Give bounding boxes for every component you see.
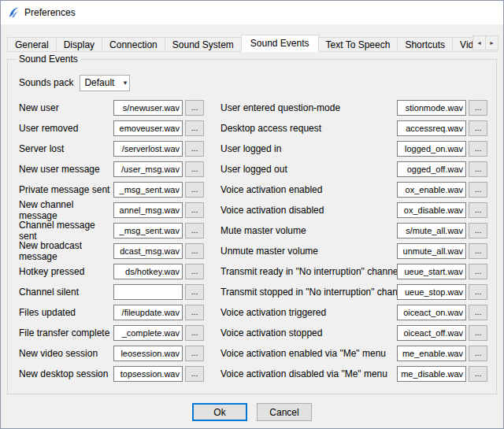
event-sound-input[interactable]: [397, 264, 466, 279]
browse-button[interactable]: ...: [469, 202, 487, 218]
browse-button[interactable]: ...: [185, 141, 204, 157]
row-private-message-sent: Private message sent ...: [19, 179, 209, 200]
event-sound-input[interactable]: [113, 325, 183, 341]
browse-button[interactable]: ...: [469, 305, 487, 320]
tab-scroller: ◄ ►: [472, 35, 498, 50]
event-sound-input[interactable]: [397, 141, 466, 157]
event-label: Voice activation enabled via "Me" menu: [220, 348, 397, 359]
event-sound-input[interactable]: [113, 346, 183, 361]
ok-button[interactable]: Ok: [192, 403, 247, 421]
row-new-channel-message: New channel message ...: [19, 200, 209, 220]
browse-button[interactable]: ...: [469, 141, 487, 157]
event-sound-input[interactable]: [113, 161, 183, 177]
browse-button[interactable]: ...: [185, 346, 204, 361]
browse-button[interactable]: ...: [185, 366, 204, 382]
row-server-lost: Server lost ...: [19, 139, 209, 159]
event-label: Files updated: [19, 307, 113, 318]
event-sound-input[interactable]: [113, 100, 183, 116]
browse-button[interactable]: ...: [469, 223, 487, 239]
browse-button[interactable]: ...: [469, 325, 487, 341]
row-new-desktop-session: New desktop session ...: [19, 364, 209, 384]
event-label: Server lost: [19, 143, 113, 154]
browse-button[interactable]: ...: [469, 120, 487, 136]
row-transmit-ready: Transmit ready in "No interruption" chan…: [220, 261, 491, 282]
row-new-video-session: New video session ...: [19, 343, 209, 364]
preferences-dialog: Preferences General Display Connection S…: [0, 0, 504, 429]
browse-button[interactable]: ...: [185, 202, 204, 218]
browse-button[interactable]: ...: [185, 243, 204, 259]
event-sound-input[interactable]: [397, 182, 466, 198]
event-label: Desktop access request: [220, 123, 397, 134]
event-sound-input[interactable]: [113, 243, 183, 259]
event-columns: New user ... User removed ... Server los…: [13, 98, 491, 384]
event-label: Private message sent: [19, 184, 113, 195]
event-column-left: New user ... User removed ... Server los…: [19, 98, 209, 384]
event-sound-input[interactable]: [113, 223, 183, 239]
tab-sound-events[interactable]: Sound Events: [241, 35, 319, 52]
browse-button[interactable]: ...: [185, 223, 204, 239]
row-user-removed: User removed ...: [19, 118, 209, 139]
event-sound-input[interactable]: [113, 120, 183, 136]
event-label: New user: [19, 102, 113, 113]
browse-button[interactable]: ...: [185, 305, 204, 320]
event-sound-input[interactable]: [397, 325, 466, 341]
row-hotkey-pressed: Hotkey pressed ...: [19, 261, 209, 282]
tab-scroll-left-icon[interactable]: ◄: [472, 35, 486, 50]
event-sound-input[interactable]: [397, 100, 466, 116]
tab-sound-system[interactable]: Sound System: [165, 37, 242, 52]
browse-button[interactable]: ...: [185, 182, 204, 198]
event-sound-input[interactable]: [397, 202, 466, 218]
browse-button[interactable]: ...: [185, 120, 204, 136]
browse-button[interactable]: ...: [469, 284, 487, 300]
tab-scroll-right-icon[interactable]: ►: [485, 35, 498, 50]
event-sound-input[interactable]: [397, 243, 466, 259]
tab-display[interactable]: Display: [56, 37, 102, 52]
sounds-pack-label: Sounds pack: [19, 77, 73, 88]
tab-connection[interactable]: Connection: [102, 37, 165, 52]
event-sound-input[interactable]: [397, 305, 466, 320]
browse-button[interactable]: ...: [469, 100, 487, 116]
event-sound-input[interactable]: [397, 120, 466, 136]
row-mute-master-volume: Mute master volume ...: [220, 220, 491, 241]
event-sound-input[interactable]: [113, 182, 183, 198]
event-sound-input[interactable]: [397, 346, 466, 361]
event-label: Voice activation disabled: [220, 205, 397, 216]
tab-shortcuts[interactable]: Shortcuts: [397, 37, 453, 52]
browse-button[interactable]: ...: [469, 161, 487, 177]
browse-button[interactable]: ...: [185, 325, 204, 341]
event-sound-input[interactable]: [113, 141, 183, 157]
event-sound-input[interactable]: [397, 223, 466, 239]
browse-button[interactable]: ...: [185, 264, 204, 279]
event-label: User removed: [19, 123, 113, 134]
browse-button[interactable]: ...: [469, 366, 487, 382]
event-label: New broadcast message: [19, 240, 113, 262]
event-label: Channel message sent: [19, 220, 113, 242]
tab-text-to-speech[interactable]: Text To Speech: [318, 37, 398, 52]
event-label: New video session: [19, 348, 113, 359]
browse-button[interactable]: ...: [469, 346, 487, 361]
event-sound-input[interactable]: [113, 366, 183, 382]
event-sound-input[interactable]: [113, 284, 183, 300]
event-label: New channel message: [19, 199, 113, 221]
row-desktop-access-request: Desktop access request ...: [220, 118, 491, 139]
event-sound-input[interactable]: [113, 305, 183, 320]
browse-button[interactable]: ...: [469, 243, 487, 259]
event-label: Voice activation stopped: [220, 327, 397, 338]
browse-button[interactable]: ...: [469, 182, 487, 198]
event-sound-input[interactable]: [397, 284, 466, 300]
browse-button[interactable]: ...: [185, 284, 204, 300]
browse-button[interactable]: ...: [469, 264, 487, 279]
browse-button[interactable]: ...: [185, 161, 204, 177]
cancel-button[interactable]: Cancel: [257, 403, 312, 421]
tab-general[interactable]: General: [7, 37, 57, 52]
event-label: Transmit stopped in "No interruption" ch…: [220, 287, 397, 298]
browse-button[interactable]: ...: [185, 100, 204, 116]
row-voice-activation-stopped: Voice activation stopped ...: [220, 323, 491, 343]
event-sound-input[interactable]: [397, 366, 466, 382]
sounds-pack-select[interactable]: Default ▾: [80, 75, 130, 91]
window-title: Preferences: [24, 7, 76, 18]
event-sound-input[interactable]: [397, 161, 466, 177]
chevron-down-icon: ▾: [124, 79, 128, 87]
event-sound-input[interactable]: [113, 202, 183, 218]
event-sound-input[interactable]: [113, 264, 183, 279]
